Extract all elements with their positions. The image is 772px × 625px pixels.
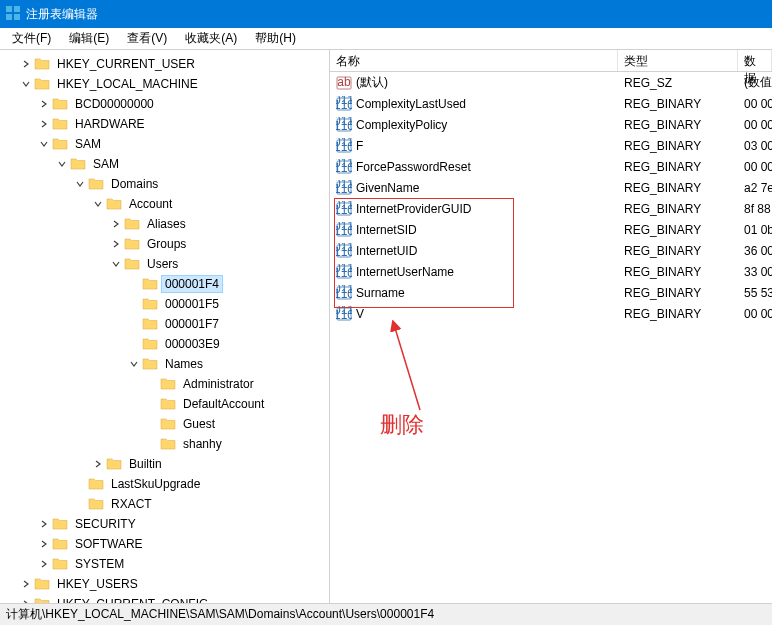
list-row[interactable]: 011110InternetSIDREG_BINARY01 0b 00 00 0… [330, 219, 772, 240]
cell-name: 011110InternetProviderGUID [330, 201, 618, 217]
tree-item-label: BCD00000000 [72, 96, 157, 112]
folder-icon [52, 516, 68, 532]
chevron-down-icon[interactable] [108, 259, 124, 269]
value-name: InternetSID [356, 223, 417, 237]
menu-file[interactable]: 文件(F) [4, 28, 59, 49]
tree-item-label: Account [126, 196, 175, 212]
tree-item-label: SAM [72, 136, 104, 152]
chevron-right-icon[interactable] [36, 559, 52, 569]
menu-help[interactable]: 帮助(H) [247, 28, 304, 49]
chevron-right-icon[interactable] [108, 239, 124, 249]
list-row[interactable]: 011110FREG_BINARY03 00 01 00 0 [330, 135, 772, 156]
tree-item[interactable]: HKEY_LOCAL_MACHINE [0, 74, 329, 94]
list-row[interactable]: 011110InternetUIDREG_BINARY36 00 65 00 3 [330, 240, 772, 261]
list-row[interactable]: 011110SurnameREG_BINARY55 53 [330, 282, 772, 303]
tree-item[interactable]: 000001F7 [0, 314, 329, 334]
folder-icon [34, 576, 50, 592]
list-header: 名称 类型 数据 [330, 50, 772, 72]
cell-data: 00 00 00 00 [738, 160, 772, 174]
folder-icon [160, 376, 176, 392]
tree-item[interactable]: Groups [0, 234, 329, 254]
tree-item[interactable]: Names [0, 354, 329, 374]
chevron-right-icon[interactable] [108, 219, 124, 229]
column-type[interactable]: 类型 [618, 50, 738, 71]
tree-item[interactable]: HARDWARE [0, 114, 329, 134]
tree-item[interactable]: RXACT [0, 494, 329, 514]
chevron-down-icon[interactable] [126, 359, 142, 369]
tree-item[interactable]: Administrator [0, 374, 329, 394]
list-pane[interactable]: 名称 类型 数据 ab(默认)REG_SZ(数值未设置)011110Comple… [330, 50, 772, 603]
chevron-right-icon[interactable] [90, 459, 106, 469]
tree-item[interactable]: SOFTWARE [0, 534, 329, 554]
tree-pane[interactable]: HKEY_CURRENT_USERHKEY_LOCAL_MACHINEBCD00… [0, 50, 330, 603]
menu-favorites[interactable]: 收藏夹(A) [177, 28, 245, 49]
chevron-right-icon[interactable] [18, 579, 34, 589]
tree-item[interactable]: 000001F4 [0, 274, 329, 294]
tree-item[interactable]: HKEY_USERS [0, 574, 329, 594]
tree-item[interactable]: Guest [0, 414, 329, 434]
tree-item[interactable]: 000003E9 [0, 334, 329, 354]
tree-item-label: LastSkuUpgrade [108, 476, 203, 492]
column-name[interactable]: 名称 [330, 50, 618, 71]
list-row[interactable]: 011110InternetUserNameREG_BINARY33 00 36… [330, 261, 772, 282]
chevron-down-icon[interactable] [54, 159, 70, 169]
tree-item[interactable]: 000001F5 [0, 294, 329, 314]
list-row[interactable]: 011110ComplexityLastUsedREG_BINARY00 00 … [330, 93, 772, 114]
tree-item[interactable]: LastSkuUpgrade [0, 474, 329, 494]
binary-value-icon: 011110 [336, 306, 352, 322]
tree-item[interactable]: SECURITY [0, 514, 329, 534]
value-name: Surname [356, 286, 405, 300]
tree-item[interactable]: HKEY_CURRENT_CONFIG [0, 594, 329, 603]
tree-item[interactable]: Domains [0, 174, 329, 194]
tree-item[interactable]: Aliases [0, 214, 329, 234]
svg-text:110: 110 [336, 140, 352, 154]
cell-data: 01 0b 00 00 00 [738, 223, 772, 237]
value-name: (默认) [356, 74, 388, 91]
list-row[interactable]: ab(默认)REG_SZ(数值未设置) [330, 72, 772, 93]
chevron-right-icon[interactable] [18, 599, 34, 603]
cell-name: 011110InternetUID [330, 243, 618, 259]
tree-item-label: 000001F5 [162, 296, 222, 312]
tree-item[interactable]: Account [0, 194, 329, 214]
chevron-right-icon[interactable] [36, 119, 52, 129]
tree-item[interactable]: HKEY_CURRENT_USER [0, 54, 329, 74]
tree-item[interactable]: SAM [0, 134, 329, 154]
menu-view[interactable]: 查看(V) [119, 28, 175, 49]
cell-name: 011110ComplexityPolicy [330, 117, 618, 133]
folder-icon [34, 596, 50, 603]
folder-icon [142, 356, 158, 372]
chevron-down-icon[interactable] [18, 79, 34, 89]
svg-text:110: 110 [336, 308, 352, 322]
tree-item[interactable]: SYSTEM [0, 554, 329, 574]
list-row[interactable]: 011110InternetProviderGUIDREG_BINARY8f 8… [330, 198, 772, 219]
cell-name: 011110F [330, 138, 618, 154]
folder-icon [142, 316, 158, 332]
tree-item[interactable]: shanhy [0, 434, 329, 454]
tree-item[interactable]: Builtin [0, 454, 329, 474]
tree-item[interactable]: Users [0, 254, 329, 274]
cell-type: REG_BINARY [618, 307, 738, 321]
folder-icon [52, 96, 68, 112]
list-row[interactable]: 011110VREG_BINARY00 00 00 00 f [330, 303, 772, 324]
column-data[interactable]: 数据 [738, 50, 772, 71]
chevron-right-icon[interactable] [18, 59, 34, 69]
chevron-right-icon[interactable] [36, 539, 52, 549]
svg-text:ab: ab [337, 75, 351, 89]
list-row[interactable]: 011110GivenNameREG_BINARYa2 7e 87 5b [330, 177, 772, 198]
chevron-right-icon[interactable] [36, 519, 52, 529]
status-path: 计算机\HKEY_LOCAL_MACHINE\SAM\SAM\Domains\A… [6, 606, 434, 623]
menu-edit[interactable]: 编辑(E) [61, 28, 117, 49]
list-row[interactable]: 011110ComplexityPolicyREG_BINARY00 00 00… [330, 114, 772, 135]
chevron-down-icon[interactable] [36, 139, 52, 149]
chevron-down-icon[interactable] [72, 179, 88, 189]
tree-item[interactable]: DefaultAccount [0, 394, 329, 414]
chevron-down-icon[interactable] [90, 199, 106, 209]
binary-value-icon: 011110 [336, 222, 352, 238]
list-row[interactable]: 011110ForcePasswordResetREG_BINARY00 00 … [330, 156, 772, 177]
chevron-right-icon[interactable] [36, 99, 52, 109]
cell-data: 00 00 00 00 00 [738, 118, 772, 132]
tree-item[interactable]: BCD00000000 [0, 94, 329, 114]
svg-text:110: 110 [336, 203, 352, 217]
tree-item[interactable]: SAM [0, 154, 329, 174]
tree-item-label: Aliases [144, 216, 189, 232]
